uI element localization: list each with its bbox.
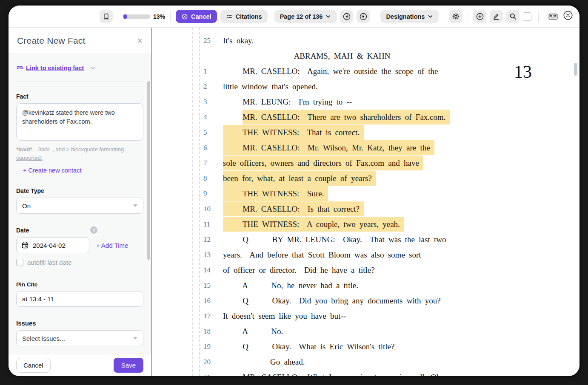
transcript-line-text: MR. CASELLO: Mr. Wilson, Mr. Katz, they … xyxy=(223,143,434,153)
keyboard-shortcuts-button[interactable] xyxy=(546,10,559,23)
line-number: 19 xyxy=(200,343,223,351)
designations-label: Designations xyxy=(386,13,425,20)
transcript-line[interactable]: 20 Go ahead. xyxy=(200,354,528,370)
line-number: 17 xyxy=(200,312,223,320)
line-number: 11 xyxy=(200,220,223,229)
line-number: 18 xyxy=(200,327,223,336)
line-number: 25 xyxy=(200,37,223,45)
document-scrollbar[interactable] xyxy=(574,63,577,76)
panel-divider xyxy=(16,82,143,82)
transcript-line-text: Q BY MR. LEUNG: Okay. That was the last … xyxy=(223,235,446,244)
add-time-link[interactable]: + Add Time xyxy=(96,242,128,249)
transcript-line[interactable]: 4 MR. CASELLO: There are two shareholder… xyxy=(200,110,528,125)
app-window: 13% Cancel Citations Page 12 of 136 xyxy=(9,6,579,376)
date-input[interactable] xyxy=(16,237,89,253)
transcript-line-text: THE WITNESS: That is correct. xyxy=(223,128,364,137)
transcript-line[interactable]: 10 MR. CASELLO: Is that correct? xyxy=(200,201,528,217)
transcript-line-text: Go ahead. xyxy=(223,357,305,367)
transcript-viewer[interactable]: 25It's okay.ABRAMS, MAH & KAHN1 MR. CASE… xyxy=(151,28,579,376)
date-field[interactable] xyxy=(33,242,84,249)
highlighted-text[interactable]: THE WITNESS: A couple, two years, yeah. xyxy=(223,217,404,232)
panel-cancel-button[interactable]: Cancel xyxy=(16,358,51,373)
highlighted-text[interactable]: THE WITNESS: That is correct. xyxy=(223,125,364,140)
highlighted-text[interactable]: THE WITNESS: Sure. xyxy=(223,186,328,201)
next-page-button[interactable] xyxy=(357,10,370,23)
bookmark-button[interactable] xyxy=(100,10,113,23)
highlighted-text[interactable]: been for, what, at least a couple of yea… xyxy=(223,171,376,186)
line-number: 7 xyxy=(200,159,223,167)
highlighted-text[interactable]: MR. CASELLO: There are two shareholders … xyxy=(243,110,450,125)
transcript-line[interactable]: 6 MR. CASELLO: Mr. Wilson, Mr. Katz, the… xyxy=(200,140,528,156)
date-type-select[interactable]: On xyxy=(16,198,143,214)
line-number: 21 xyxy=(200,373,223,376)
transcript-line[interactable]: 1 MR. CASELLO: Again, we're outside the … xyxy=(200,64,528,79)
panel-scrollbar[interactable] xyxy=(147,81,150,260)
designations-dropdown[interactable]: Designations xyxy=(380,10,439,23)
transcript-line[interactable]: 25It's okay. xyxy=(200,33,528,48)
fact-label: Fact xyxy=(16,93,143,100)
date-type-label: Date Type xyxy=(16,187,143,194)
transcript-line[interactable]: 11 THE WITNESS: A couple, two years, yea… xyxy=(200,217,528,232)
transcript-line[interactable]: 13years. And before that Scott Bloom was… xyxy=(200,247,528,263)
formatting-hint: *bold*, _italic_, and > blockquote forma… xyxy=(16,145,143,162)
transcript-line[interactable]: ABRAMS, MAH & KAHN xyxy=(200,48,528,64)
transcript-line[interactable]: 19 Q Okay. What is Eric Wilson's title? xyxy=(200,339,528,354)
annotate-button[interactable] xyxy=(490,10,503,23)
transcript-line[interactable]: 16 Q Okay. Did you bring any documents w… xyxy=(200,293,528,309)
transcript-line[interactable]: 3 MR. LEUNG: I'm trying to -- xyxy=(200,94,528,110)
toolbar-divider xyxy=(118,11,118,22)
progress-indicator: 13% xyxy=(123,13,165,20)
transcript-line-text: MR. LEUNG: I'm trying to -- xyxy=(223,97,352,107)
keyboard-icon xyxy=(548,11,558,22)
transcript-line-text: Q Okay. Did you bring any documents with… xyxy=(223,296,441,306)
pin-cite-input[interactable] xyxy=(16,291,143,307)
search-button[interactable] xyxy=(506,10,519,23)
hint-italic: _italic_ xyxy=(35,146,52,153)
citations-button[interactable]: Citations xyxy=(220,10,268,23)
highlighted-text[interactable]: MR. CASELLO: Is that correct? xyxy=(223,201,364,216)
toolbar-divider xyxy=(538,11,539,22)
transcript-line[interactable]: 5 THE WITNESS: That is correct. xyxy=(200,125,528,140)
create-new-contact-link[interactable]: + Create new contact xyxy=(23,167,143,174)
page-select[interactable]: Page 12 of 136 xyxy=(274,10,337,23)
highlighted-text[interactable]: MR. CASELLO: Mr. Wilson, Mr. Katz, they … xyxy=(223,140,434,155)
hint-sep: , xyxy=(32,146,35,153)
line-number: 1 xyxy=(200,67,223,76)
transcript-line[interactable]: 21 MR. CASELLO: What I was going to say … xyxy=(200,370,528,376)
fact-input[interactable]: @kevinkatz stated there were two shareho… xyxy=(16,103,143,141)
transcript-line-text: sole officers, owners and directors of F… xyxy=(223,159,423,168)
highlighted-text[interactable]: sole officers, owners and directors of F… xyxy=(223,156,423,170)
download-circle-icon xyxy=(476,12,484,21)
issues-select[interactable]: Select issues... xyxy=(16,330,143,346)
prev-page-button[interactable] xyxy=(340,10,353,23)
line-number: 6 xyxy=(200,144,223,152)
transcript-line[interactable]: 18 A No. xyxy=(200,324,528,339)
download-button[interactable] xyxy=(473,10,486,23)
transcript-line-text: It doesn't seem like you have but-- xyxy=(223,311,346,321)
transcript-line-text: A No. xyxy=(223,327,283,336)
transcript-line[interactable]: 7sole officers, owners and directors of … xyxy=(200,156,528,171)
transcript-line[interactable]: 9 THE WITNESS: Sure. xyxy=(200,186,528,201)
link-to-existing-fact[interactable]: Link to existing fact xyxy=(16,64,84,71)
transcript-line[interactable]: 12 Q BY MR. LEUNG: Okay. That was the la… xyxy=(200,232,528,247)
cancel-button[interactable]: Cancel xyxy=(176,10,217,23)
autofill-checkbox[interactable] xyxy=(16,259,23,266)
transcript-line[interactable]: 2little window that's opened. xyxy=(200,79,528,94)
toolbar-checkbox[interactable] xyxy=(523,12,531,21)
save-button[interactable]: Save xyxy=(114,358,143,373)
line-number: 10 xyxy=(200,205,223,213)
transcript-line[interactable]: 15 A No, he never had a title. xyxy=(200,278,528,293)
transcript-line-text: It's okay. xyxy=(223,36,254,45)
help-icon[interactable]: ? xyxy=(90,226,97,234)
line-number: 13 xyxy=(200,251,223,259)
transcript-line[interactable]: 17It doesn't seem like you have but-- xyxy=(200,309,528,324)
pin-cite-label: Pin Cite xyxy=(16,281,143,288)
chevron-down-icon[interactable] xyxy=(90,65,96,71)
panel-close-button[interactable]: × xyxy=(137,36,143,45)
transcript-header-text: ABRAMS, MAH & KAHN xyxy=(223,51,461,61)
settings-button[interactable] xyxy=(449,10,462,23)
search-icon xyxy=(509,12,517,20)
transcript-line[interactable]: 8been for, what, at least a couple of ye… xyxy=(200,171,528,186)
close-window-button[interactable] xyxy=(562,10,574,21)
transcript-line[interactable]: 14of officer or director. Did he have a … xyxy=(200,263,528,278)
